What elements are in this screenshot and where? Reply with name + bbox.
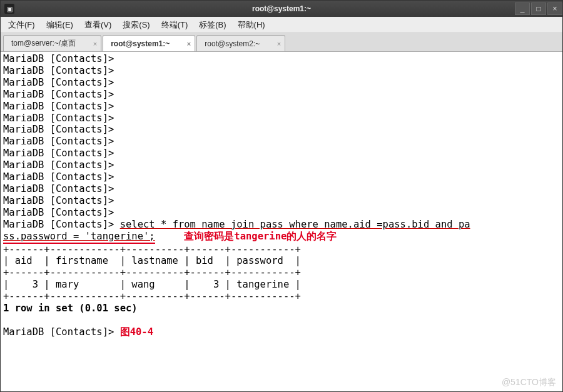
table-border: +------+------------+----------+------+-…	[3, 267, 560, 279]
tab-label: tom@server:~/桌面	[11, 38, 76, 49]
prompt-line: MariaDB [Contacts]>	[3, 65, 560, 77]
close-icon[interactable]: ×	[277, 40, 281, 48]
close-button[interactable]: ×	[547, 3, 562, 15]
tab-label: root@system1:~	[111, 39, 170, 48]
prompt-line: MariaDB [Contacts]>	[3, 136, 560, 148]
prompt-line: MariaDB [Contacts]>	[3, 195, 560, 207]
tabbar: tom@server:~/桌面 × root@system1:~ × root@…	[1, 33, 562, 52]
menubar: 文件(F) 编辑(E) 查看(V) 搜索(S) 终端(T) 标签(B) 帮助(H…	[1, 17, 562, 33]
prompt-line: MariaDB [Contacts]>	[3, 89, 560, 101]
menu-file[interactable]: 文件(F)	[6, 18, 38, 32]
table-border: +------+------------+----------+------+-…	[3, 291, 560, 303]
prompt-line: MariaDB [Contacts]>	[3, 171, 560, 183]
menu-view[interactable]: 查看(V)	[82, 18, 114, 32]
watermark: @51CTO博客	[502, 377, 556, 388]
sql-line-1: MariaDB [Contacts]> select * from name j…	[3, 219, 560, 231]
result-msg: 1 row in set (0.01 sec)	[3, 303, 560, 314]
table-border: +------+------------+----------+------+-…	[3, 244, 560, 256]
menu-terminal[interactable]: 终端(T)	[159, 18, 191, 32]
menu-help[interactable]: 帮助(H)	[235, 18, 268, 32]
terminal-window: ▣ root@system1:~ _ □ × 文件(F) 编辑(E) 查看(V)…	[0, 0, 563, 392]
prompt-line: MariaDB [Contacts]>	[3, 101, 560, 113]
close-icon[interactable]: ×	[93, 40, 97, 48]
prompt-line: MariaDB [Contacts]>	[3, 148, 560, 159]
prompt-line: MariaDB [Contacts]>	[3, 53, 560, 65]
prompt-line: MariaDB [Contacts]>	[3, 159, 560, 171]
prompt-line: MariaDB [Contacts]>	[3, 207, 560, 219]
sql-line-2: ss.password = 'tangerine'; 查询密码是tangerin…	[3, 231, 560, 244]
minimize-button[interactable]: _	[515, 3, 530, 15]
figure-label: 图40-4	[120, 326, 153, 338]
menu-tabs[interactable]: 标签(B)	[196, 18, 228, 32]
menu-search[interactable]: 搜索(S)	[120, 18, 152, 32]
close-icon[interactable]: ×	[187, 40, 191, 48]
maximize-button[interactable]: □	[531, 3, 546, 15]
annotation-text: 查询密码是tangerine的人的名字	[184, 231, 337, 242]
tab-system2[interactable]: root@system2:~ ×	[196, 35, 285, 51]
prompt-with-figure: MariaDB [Contacts]> 图40-4	[3, 326, 560, 338]
window-controls: _ □ ×	[514, 3, 562, 15]
tab-label: root@system2:~	[205, 39, 260, 48]
table-header: | aid | firstname | lastname | bid | pas…	[3, 255, 560, 267]
titlebar[interactable]: ▣ root@system1:~ _ □ ×	[1, 1, 562, 17]
blank-line	[3, 314, 560, 326]
window-title: root@system1:~	[252, 4, 311, 13]
prompt-line: MariaDB [Contacts]>	[3, 113, 560, 124]
terminal-output[interactable]: MariaDB [Contacts]> MariaDB [Contacts]> …	[1, 52, 562, 391]
tab-system1[interactable]: root@system1:~ ×	[103, 35, 195, 51]
prompt-line: MariaDB [Contacts]>	[3, 183, 560, 195]
table-row: | 3 | mary | wang | 3 | tangerine |	[3, 279, 560, 291]
prompt-line: MariaDB [Contacts]>	[3, 77, 560, 89]
menu-edit[interactable]: 编辑(E)	[44, 18, 76, 32]
terminal-icon: ▣	[4, 4, 14, 14]
prompt-line: MariaDB [Contacts]>	[3, 124, 560, 136]
tab-tom-server[interactable]: tom@server:~/桌面 ×	[3, 35, 101, 51]
